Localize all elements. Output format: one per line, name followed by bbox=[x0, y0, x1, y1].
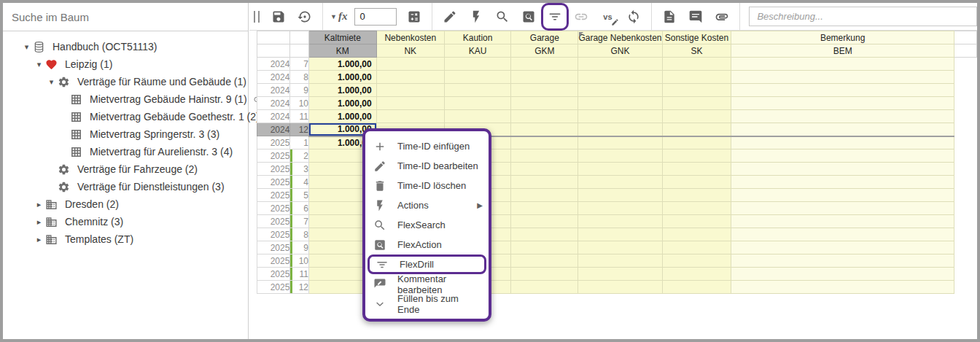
row-header-month[interactable]: 3 bbox=[290, 163, 309, 176]
column-header-code[interactable]: GNK bbox=[578, 44, 662, 58]
cell-bem[interactable] bbox=[731, 123, 954, 136]
cell-gnk[interactable] bbox=[578, 241, 662, 254]
cell-gnk[interactable] bbox=[578, 149, 662, 163]
column-header-code[interactable]: GKM bbox=[511, 44, 578, 58]
tree-item[interactable]: ▸Chemnitz (3) bbox=[3, 213, 248, 230]
tree-item[interactable]: Mietvertrag Gebäude Goethestr. 1 (2) bbox=[3, 108, 248, 125]
cell-sk[interactable] bbox=[662, 136, 731, 149]
cell-nk[interactable] bbox=[376, 71, 444, 84]
cell-gkm[interactable] bbox=[511, 97, 578, 110]
row-header-month[interactable]: 12 bbox=[290, 281, 309, 294]
cell-bem[interactable] bbox=[731, 58, 954, 71]
column-header-code[interactable]: KAU bbox=[444, 44, 510, 58]
row-header-month[interactable]: 1 bbox=[290, 136, 309, 149]
tree-search-input[interactable] bbox=[3, 11, 248, 23]
tree-item[interactable]: Verträge für Fahrzeuge (2) bbox=[3, 160, 248, 178]
row-header-month[interactable]: 2 bbox=[290, 149, 309, 163]
row-header-month[interactable]: 10 bbox=[290, 97, 309, 110]
cell-km[interactable]: 1.000,00 bbox=[309, 58, 377, 71]
cell-sk[interactable] bbox=[662, 123, 731, 136]
cell-sk[interactable] bbox=[662, 241, 731, 254]
cell-kau[interactable] bbox=[444, 84, 510, 97]
cell-sk[interactable] bbox=[662, 215, 731, 228]
row-header-year[interactable]: 2025 bbox=[257, 202, 290, 215]
chevron-collapsed-icon[interactable]: ▸ bbox=[33, 217, 45, 227]
cell-gnk[interactable] bbox=[578, 84, 662, 97]
cell-gnk[interactable] bbox=[578, 202, 662, 215]
column-header-code[interactable]: NK bbox=[376, 44, 444, 58]
cell-gnk[interactable] bbox=[578, 136, 662, 149]
cell-sk[interactable] bbox=[662, 163, 731, 176]
flexsearch-button[interactable] bbox=[491, 6, 513, 28]
attachment-button[interactable] bbox=[711, 6, 733, 28]
row-header-month[interactable]: 6 bbox=[290, 202, 309, 215]
formula-value-input[interactable] bbox=[354, 8, 397, 26]
context-menu-item[interactable]: Actions▶ bbox=[365, 195, 489, 215]
cell-gkm[interactable] bbox=[511, 149, 578, 163]
vs-edit-button[interactable]: vs bbox=[596, 6, 618, 28]
tree-item[interactable]: ▸Dresden (2) bbox=[3, 195, 248, 213]
cell-km[interactable]: 1.000,00 bbox=[309, 84, 377, 97]
context-menu-item[interactable]: FlexSearch bbox=[365, 215, 489, 235]
cell-gnk[interactable] bbox=[578, 163, 662, 176]
header-filler-cell[interactable] bbox=[954, 31, 976, 44]
cell-kau[interactable] bbox=[444, 58, 510, 71]
tree-item[interactable]: Mietvertrag Springerstr. 3 (3) bbox=[3, 125, 248, 143]
cell-km[interactable]: 1.000,00 bbox=[309, 71, 377, 84]
chevron-collapsed-icon[interactable]: ▸ bbox=[33, 235, 45, 244]
cell-sk[interactable] bbox=[662, 202, 731, 215]
cell-nk[interactable] bbox=[376, 84, 444, 97]
cell-gkm[interactable] bbox=[511, 136, 578, 149]
cell-sk[interactable] bbox=[662, 268, 731, 281]
row-header-month[interactable]: 11 bbox=[290, 110, 309, 123]
cell-kau[interactable] bbox=[444, 97, 510, 110]
cell-bem[interactable] bbox=[731, 149, 954, 163]
history-restore-button[interactable] bbox=[294, 6, 316, 28]
description-input[interactable] bbox=[749, 7, 977, 26]
cell-bem[interactable] bbox=[731, 84, 954, 97]
comment-button[interactable] bbox=[685, 6, 707, 28]
cell-nk[interactable] bbox=[376, 110, 444, 123]
cell-sk[interactable] bbox=[662, 84, 731, 97]
row-header-year[interactable]: 2024 bbox=[257, 97, 290, 110]
row-header-year[interactable]: 2025 bbox=[257, 176, 290, 189]
row-header-year[interactable]: 2025 bbox=[257, 254, 290, 268]
cell-kau[interactable] bbox=[444, 71, 510, 84]
cell-gkm[interactable] bbox=[511, 202, 578, 215]
cell-sk[interactable] bbox=[662, 58, 731, 71]
cell-gkm[interactable] bbox=[511, 268, 578, 281]
cell-gkm[interactable] bbox=[511, 281, 578, 294]
row-header-month[interactable]: 4 bbox=[290, 176, 309, 189]
cell-gkm[interactable] bbox=[511, 189, 578, 202]
cell-bem[interactable] bbox=[731, 228, 954, 241]
context-menu-item[interactable]: Kommentar bearbeiten bbox=[365, 274, 489, 294]
column-header-title[interactable]: Nebenkosten bbox=[376, 31, 444, 44]
cell-gkm[interactable] bbox=[511, 84, 578, 97]
chevron-collapsed-icon[interactable]: ▸ bbox=[33, 200, 45, 209]
row-header-year[interactable]: 2025 bbox=[257, 281, 290, 294]
cell-gnk[interactable] bbox=[578, 123, 662, 136]
edit-button[interactable] bbox=[439, 6, 461, 28]
row-header-year[interactable]: 2024 bbox=[257, 84, 290, 97]
chevron-expanded-icon[interactable]: ▾ bbox=[45, 77, 58, 87]
chevron-expanded-icon[interactable]: ▾ bbox=[33, 60, 45, 69]
cell-gkm[interactable] bbox=[511, 254, 578, 268]
panel-drag-handle[interactable] bbox=[254, 11, 260, 23]
row-header-corner[interactable] bbox=[290, 31, 309, 44]
cell-bem[interactable] bbox=[731, 136, 954, 149]
tree-item[interactable]: Mietvertrag Gebäude Hainstr. 9 (1) bbox=[3, 90, 248, 108]
cell-bem[interactable] bbox=[731, 281, 954, 294]
cell-bem[interactable] bbox=[731, 163, 954, 176]
cell-sk[interactable] bbox=[662, 281, 731, 294]
cell-sk[interactable] bbox=[662, 189, 731, 202]
cell-gkm[interactable] bbox=[511, 228, 578, 241]
cell-nk[interactable] bbox=[376, 58, 444, 71]
context-menu-item[interactable]: Time-ID einfügen bbox=[365, 136, 489, 156]
row-header-month[interactable]: 10 bbox=[290, 254, 309, 268]
cell-gkm[interactable] bbox=[511, 176, 578, 189]
cell-gnk[interactable] bbox=[578, 58, 662, 71]
cell-gkm[interactable] bbox=[511, 163, 578, 176]
column-header-title[interactable]: Bemerkung bbox=[731, 31, 954, 44]
cell-gkm[interactable] bbox=[511, 58, 578, 71]
calc-fill-button[interactable] bbox=[403, 6, 425, 28]
